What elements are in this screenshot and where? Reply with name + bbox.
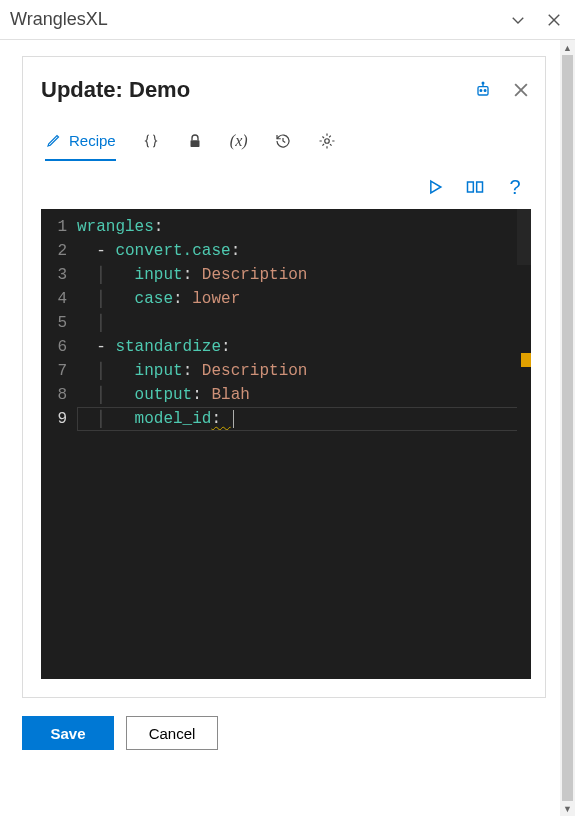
tab-braces[interactable]	[142, 132, 160, 160]
code-line[interactable]: │ input: Description	[77, 263, 531, 287]
pane-scrollbar[interactable]: ▲ ▼	[560, 40, 575, 816]
line-number: 7	[41, 359, 67, 383]
editor-code[interactable]: wrangles: - convert.case: │ input: Descr…	[77, 209, 531, 679]
line-number: 6	[41, 335, 67, 359]
code-editor[interactable]: 123456789 wrangles: - convert.case: │ in…	[41, 209, 531, 679]
tab-recipe[interactable]: Recipe	[45, 131, 116, 161]
line-number: 1	[41, 215, 67, 239]
code-line[interactable]: │ input: Description	[77, 359, 531, 383]
pencil-icon	[45, 131, 63, 149]
svg-rect-13	[477, 182, 483, 192]
close-icon[interactable]	[511, 80, 531, 100]
lock-icon	[186, 132, 204, 150]
pane-title-bar: WranglesXL	[0, 0, 575, 40]
braces-icon	[142, 132, 160, 150]
save-button[interactable]: Save	[22, 716, 114, 750]
cancel-button[interactable]: Cancel	[126, 716, 218, 750]
code-line[interactable]: │ case: lower	[77, 287, 531, 311]
line-number: 9	[41, 407, 67, 431]
line-number: 4	[41, 287, 67, 311]
line-number: 3	[41, 263, 67, 287]
minimap-warning-marker	[521, 353, 531, 367]
line-number: 2	[41, 239, 67, 263]
editor-action-row: ?	[41, 167, 531, 209]
line-number: 5	[41, 311, 67, 335]
scroll-up-icon[interactable]: ▲	[560, 40, 575, 55]
help-icon[interactable]: ?	[505, 177, 525, 197]
run-icon[interactable]	[425, 177, 445, 197]
minimap-thumb[interactable]	[517, 209, 531, 265]
tab-history[interactable]	[274, 132, 292, 160]
code-line[interactable]: - standardize:	[77, 335, 531, 359]
main-card: Update: Demo Re	[22, 56, 546, 698]
svg-marker-11	[431, 181, 441, 193]
svg-rect-12	[468, 182, 474, 192]
code-line[interactable]: - convert.case:	[77, 239, 531, 263]
svg-point-4	[482, 82, 484, 84]
history-icon	[274, 132, 292, 150]
tab-variable[interactable]: (x)	[230, 132, 248, 160]
gear-icon	[318, 132, 336, 150]
variable-icon: (x)	[230, 132, 248, 150]
svg-point-6	[484, 90, 486, 92]
chevron-down-icon[interactable]	[509, 11, 527, 29]
layout-icon[interactable]	[465, 177, 485, 197]
svg-point-10	[324, 138, 329, 143]
code-line[interactable]: │ model_id:	[77, 407, 531, 431]
line-number: 8	[41, 383, 67, 407]
svg-rect-9	[190, 140, 199, 147]
scroll-down-icon[interactable]: ▼	[560, 801, 575, 816]
tab-label: Recipe	[69, 132, 116, 149]
code-line[interactable]: wrangles:	[77, 215, 531, 239]
code-line[interactable]: │ output: Blah	[77, 383, 531, 407]
pane-title: WranglesXL	[10, 9, 108, 30]
svg-point-5	[480, 90, 482, 92]
button-row: Save Cancel	[22, 716, 546, 750]
editor-gutter: 123456789	[41, 209, 77, 679]
close-pane-icon[interactable]	[545, 11, 563, 29]
tab-settings[interactable]	[318, 132, 336, 160]
code-line[interactable]: │	[77, 311, 531, 335]
scroll-thumb[interactable]	[562, 55, 573, 801]
page-title: Update: Demo	[41, 77, 190, 103]
robot-icon[interactable]	[473, 80, 493, 100]
editor-minimap[interactable]	[517, 209, 531, 679]
tab-lock[interactable]	[186, 132, 204, 160]
tab-row: Recipe (x)	[41, 131, 531, 161]
